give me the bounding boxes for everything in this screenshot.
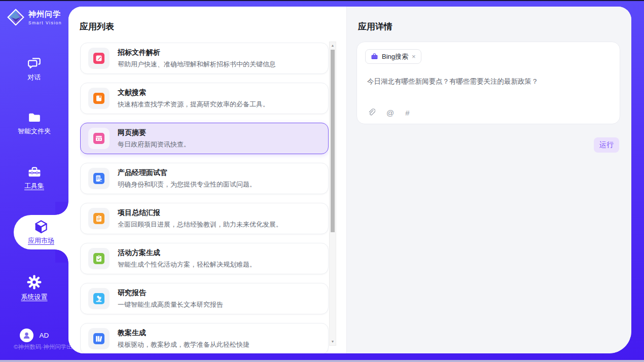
app-icon-tile <box>88 248 110 269</box>
sidebar-item-chat[interactable]: 对话 <box>0 56 68 82</box>
app-card-desc: 帮助用户快速、准确地理解和解析招标书中的关键信息 <box>118 60 276 69</box>
app-card-title: 文献搜索 <box>118 88 269 97</box>
user-account[interactable]: AD <box>0 329 68 342</box>
attachment-toolbar: @ # <box>367 108 410 117</box>
app-card-desc: 一键智能生成高质量长文本研究报告 <box>118 300 223 309</box>
app-card-desc: 智能生成个性化活动方案，轻松解决规划难题。 <box>118 260 256 269</box>
app-card-bid-analysis[interactable]: 招标文件解析 帮助用户快速、准确地理解和解析招标书中的关键信息 <box>80 43 329 74</box>
scroll-down-icon[interactable]: ▼ <box>331 338 335 345</box>
app-card-title: 活动方案生成 <box>118 248 256 258</box>
query-input-card[interactable]: Bing搜索 × 今日湖北有哪些新闻要点？有哪些需要关注的最新政策？ @ # <box>356 42 620 124</box>
app-card-pm-interviewer[interactable]: 产品经理面试官 明确身份和职责，为您提供专业性的面试问题。 <box>80 163 329 194</box>
window-top-edge <box>0 0 644 1</box>
sidebar-item-label: 工具集 <box>24 182 44 191</box>
avatar <box>20 329 33 342</box>
user-icon <box>22 331 31 340</box>
app-icon-tile <box>88 168 110 189</box>
sidebar-item-toolset[interactable]: 工具集 <box>0 165 68 191</box>
app-card-list: 招标文件解析 帮助用户快速、准确地理解和解析招标书中的关键信息 文献搜索 快速精… <box>80 43 329 353</box>
sidebar: 神州问学 Smart Vision 对话 智能文件夹 工具集 <box>0 0 68 362</box>
app-list-title: 应用列表 <box>80 21 114 32</box>
app-card-project-summary[interactable]: 项目总结汇报 全面回顾项目进展，总结经验教训，助力未来优化发展。 <box>80 203 329 234</box>
app-card-title: 项目总结汇报 <box>118 208 282 218</box>
app-detail-title: 应用详情 <box>358 21 392 32</box>
app-card-lesson-plan[interactable]: 教案生成 模板驱动，教案秒成，教学准备从此轻松快捷 <box>80 323 329 353</box>
tool-chip-bing-search[interactable]: Bing搜索 × <box>365 49 421 64</box>
books-icon <box>93 333 104 344</box>
window-bottom-edge <box>0 360 644 362</box>
app-card-desc: 每日政府新闻资讯快查。 <box>118 140 190 149</box>
app-icon-tile <box>88 288 110 309</box>
sidebar-item-label: 对话 <box>28 73 41 82</box>
app-card-title: 研究报告 <box>118 288 223 298</box>
user-name: AD <box>40 332 49 339</box>
tool-chip-label: Bing搜索 <box>382 52 408 61</box>
app-card-title: 产品经理面试官 <box>118 168 256 177</box>
sidebar-item-settings[interactable]: 系统设置 <box>0 275 68 302</box>
app-card-desc: 全面回顾项目进展，总结经验教训，助力未来优化发展。 <box>118 220 282 229</box>
app-list-scrollbar[interactable]: ▲ ▼ <box>329 42 336 346</box>
app-card-title: 教案生成 <box>118 329 249 338</box>
clipboard-check-icon <box>93 253 104 264</box>
chat-icon <box>27 56 42 70</box>
pen-icon <box>93 53 104 64</box>
scroll-up-icon[interactable]: ▲ <box>331 42 335 49</box>
query-text[interactable]: 今日湖北有哪些新闻要点？有哪些需要关注的最新政策？ <box>367 77 611 86</box>
gear-icon <box>27 275 42 289</box>
hash-icon[interactable]: # <box>405 108 409 117</box>
app-icon-tile <box>88 48 110 69</box>
cube-icon <box>33 219 49 234</box>
app-card-desc: 明确身份和职责，为您提供专业性的面试问题。 <box>118 180 256 189</box>
paperclip-icon[interactable] <box>367 108 375 117</box>
app-card-web-summary[interactable]: 网页摘要 每日政府新闻资讯快查。 <box>80 123 329 154</box>
microscope-icon <box>93 293 104 304</box>
app-card-literature-search[interactable]: 文献搜索 快速精准查找学术资源，提高研究效率的必备工具。 <box>80 83 329 114</box>
at-icon[interactable]: @ <box>386 108 394 117</box>
sidebar-item-smart-folder[interactable]: 智能文件夹 <box>0 111 68 136</box>
book-icon <box>93 93 104 104</box>
app-detail-panel: 应用详情 Bing搜索 × 今日湖北有哪些新闻要点？有哪些需要关注的最新政策？ … <box>346 7 631 353</box>
briefcase-icon <box>371 53 378 60</box>
app-icon-tile <box>88 328 110 349</box>
app-card-title: 网页摘要 <box>118 128 190 137</box>
resume-icon <box>93 173 104 184</box>
scrollbar-thumb[interactable] <box>331 50 335 232</box>
content-area: 应用列表 招标文件解析 帮助用户快速、准确地理解和解析招标书中的关键信息 <box>68 7 631 353</box>
app-card-research-report[interactable]: 研究报告 一键智能生成高质量长文本研究报告 <box>80 283 329 314</box>
browser-icon <box>93 133 104 144</box>
brand-subtitle: Smart Vision <box>28 20 62 25</box>
close-icon[interactable]: × <box>412 53 416 60</box>
app-icon-tile <box>88 88 110 109</box>
toolbox-icon <box>27 165 42 178</box>
sidebar-item-app-market[interactable]: 应用市场 <box>14 215 68 249</box>
sidebar-item-label: 系统设置 <box>21 293 48 302</box>
brand-name: 神州问学 <box>28 10 62 19</box>
app-card-event-plan[interactable]: 活动方案生成 智能生成个性化活动方案，轻松解决规划难题。 <box>80 243 329 274</box>
clipboard-icon <box>93 213 104 224</box>
diamond-logo-icon <box>7 8 25 26</box>
brand-logo: 神州问学 Smart Vision <box>0 8 68 26</box>
sidebar-item-label: 智能文件夹 <box>18 127 51 136</box>
folder-icon <box>27 111 42 124</box>
run-button[interactable]: 运行 <box>594 137 619 153</box>
app-card-title: 招标文件解析 <box>118 48 276 57</box>
app-icon-tile <box>88 208 110 229</box>
sidebar-item-label: 应用市场 <box>28 236 54 245</box>
app-icon-tile <box>88 128 110 149</box>
app-card-desc: 模板驱动，教案秒成，教学准备从此轻松快捷 <box>118 340 249 349</box>
app-card-desc: 快速精准查找学术资源，提高研究效率的必备工具。 <box>118 100 269 109</box>
copyright-footer: ©神州数码·神州问学出品 <box>14 343 78 351</box>
app-list-panel: 应用列表 招标文件解析 帮助用户快速、准确地理解和解析招标书中的关键信息 <box>68 7 346 353</box>
